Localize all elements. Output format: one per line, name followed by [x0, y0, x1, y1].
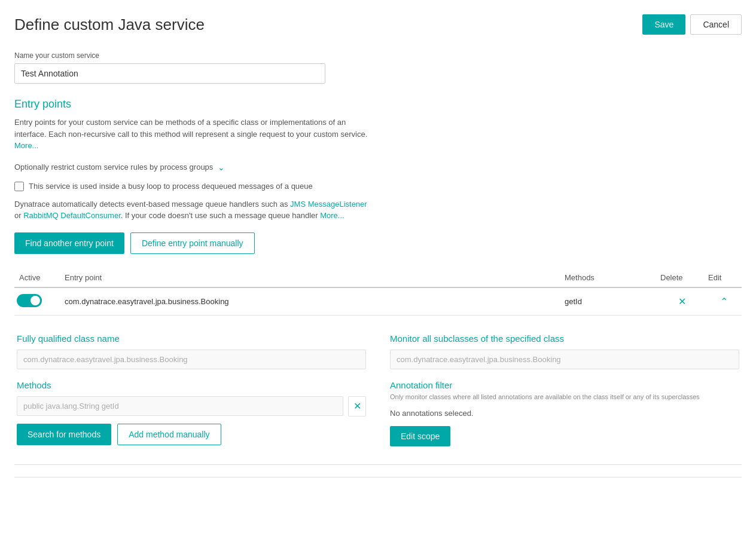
- fqcn-label: Fully qualified class name: [17, 333, 366, 344]
- collapse-icon[interactable]: ⌃: [720, 296, 728, 307]
- row-entry-point-cell: com.dynatrace.easytravel.jpa.business.Bo…: [62, 287, 562, 316]
- bottom-divider: [14, 477, 742, 477]
- active-toggle[interactable]: [17, 294, 42, 307]
- page-title: Define custom Java service: [14, 16, 205, 34]
- col-header-entry-point: Entry point: [62, 268, 562, 287]
- queue-desc: Dynatrace automatically detects event-ba…: [14, 198, 367, 222]
- annotation-subtitle: Only monitor classes where all listed an…: [390, 393, 739, 402]
- action-buttons: Find another entry point Define entry po…: [14, 232, 742, 254]
- row-methods-cell: getId: [562, 287, 658, 316]
- methods-label: Methods: [17, 380, 366, 390]
- detail-left: Fully qualified class name Methods ✕ Sea…: [17, 333, 366, 446]
- more-link[interactable]: More...: [14, 141, 38, 150]
- rabbit-link[interactable]: RabbitMQ DefaultConsumer: [23, 211, 121, 220]
- define-entry-point-button[interactable]: Define entry point manually: [130, 232, 255, 254]
- service-name-label: Name your custom service: [14, 51, 742, 60]
- busy-loop-checkbox-row: This service is used inside a busy loop …: [14, 182, 742, 191]
- row-active-cell: [14, 287, 62, 316]
- busy-loop-checkbox[interactable]: [14, 182, 24, 191]
- table-header-row: Active Entry point Methods Delete Edit: [14, 268, 742, 287]
- service-name-input[interactable]: [14, 63, 325, 84]
- entry-points-table: Active Entry point Methods Delete Edit c…: [14, 268, 742, 465]
- methods-input[interactable]: [17, 396, 343, 416]
- delete-method-button[interactable]: ✕: [348, 396, 366, 417]
- entry-points-section: Entry points Entry points for your custo…: [14, 98, 742, 477]
- fqcn-input[interactable]: [17, 350, 366, 369]
- detail-panel: Fully qualified class name Methods ✕ Sea…: [17, 321, 739, 458]
- table-row: com.dynatrace.easytravel.jpa.business.Bo…: [14, 287, 742, 316]
- detail-row: Fully qualified class name Methods ✕ Sea…: [14, 315, 742, 464]
- find-entry-point-button[interactable]: Find another entry point: [14, 232, 124, 254]
- restrict-row[interactable]: Optionally restrict custom service rules…: [14, 163, 742, 172]
- entry-points-desc: Entry points for your custom service can…: [14, 117, 373, 152]
- chevron-down-icon: ⌄: [218, 163, 225, 172]
- search-for-methods-button[interactable]: Search for methods: [17, 424, 111, 445]
- edit-scope-button[interactable]: Edit scope: [390, 426, 450, 446]
- no-annotations: No annotations seleced.: [390, 409, 739, 418]
- header-buttons: Save Cancel: [642, 14, 742, 35]
- page-header: Define custom Java service Save Cancel: [14, 14, 742, 35]
- methods-row: ✕: [17, 396, 366, 417]
- cancel-button[interactable]: Cancel: [690, 14, 742, 35]
- row-edit-cell: ⌃: [706, 287, 742, 316]
- monitor-input[interactable]: [390, 350, 739, 369]
- col-header-edit: Edit: [706, 268, 742, 287]
- add-method-manually-button[interactable]: Add method manually: [117, 424, 221, 445]
- save-button[interactable]: Save: [642, 14, 685, 35]
- annotation-title: Annotation filter: [390, 380, 739, 390]
- detail-panel-cell: Fully qualified class name Methods ✕ Sea…: [14, 315, 742, 464]
- monitor-label: Monitor all subclasses of the specified …: [390, 333, 739, 344]
- restrict-label: Optionally restrict custom service rules…: [14, 163, 213, 172]
- busy-loop-label: This service is used inside a busy loop …: [29, 182, 313, 191]
- methods-buttons: Search for methods Add method manually: [17, 424, 366, 445]
- col-header-delete: Delete: [658, 268, 706, 287]
- col-header-active: Active: [14, 268, 62, 287]
- jms-link[interactable]: JMS MessageListener: [290, 200, 367, 209]
- service-name-group: Name your custom service: [14, 51, 742, 84]
- delete-icon[interactable]: ✕: [678, 296, 686, 307]
- col-header-methods: Methods: [562, 268, 658, 287]
- row-delete-cell: ✕: [658, 287, 706, 316]
- entry-points-title: Entry points: [14, 98, 742, 111]
- detail-right: Monitor all subclasses of the specified …: [390, 333, 739, 446]
- queue-more-link[interactable]: More...: [320, 211, 344, 220]
